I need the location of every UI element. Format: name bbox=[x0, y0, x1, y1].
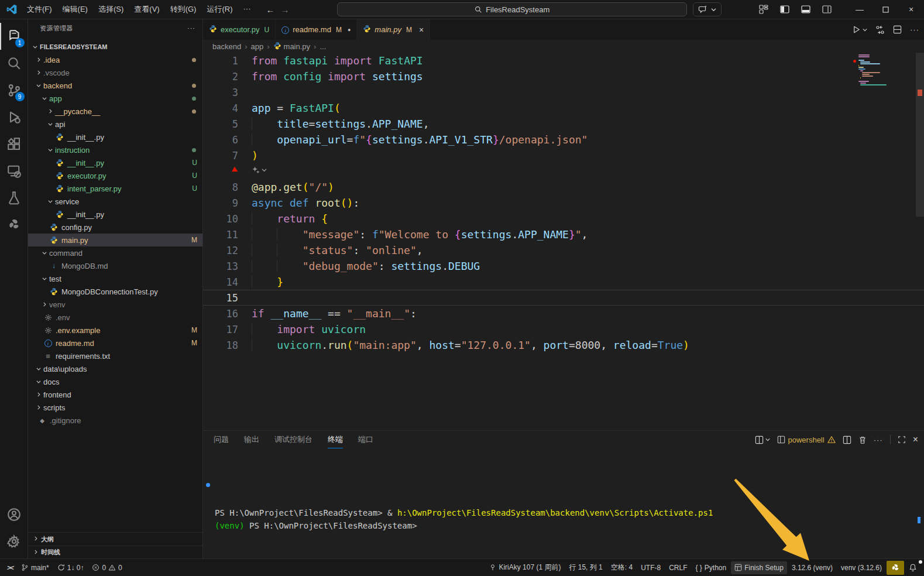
tree-item-requirements.txt[interactable]: ≡requirements.txt bbox=[28, 349, 202, 362]
branch-indicator[interactable]: main* bbox=[18, 561, 53, 574]
editor-more-actions[interactable]: ··· bbox=[910, 25, 919, 34]
tree-item-MongoDB.md[interactable]: ↓MongoDB.md bbox=[28, 259, 202, 272]
tree-item-test[interactable]: test bbox=[28, 272, 202, 285]
activity-item-search[interactable] bbox=[0, 50, 28, 77]
split-terminal-button[interactable] bbox=[843, 436, 851, 444]
code-line-9[interactable]: 9async def root(): bbox=[203, 195, 924, 211]
split-editor-icon[interactable] bbox=[893, 25, 902, 34]
sync-indicator[interactable]: 1↓ 0↑ bbox=[54, 561, 88, 574]
menu-more[interactable]: ··· bbox=[238, 2, 255, 16]
breadcrumb-item-app[interactable]: app bbox=[251, 42, 264, 51]
code-line-18[interactable]: 18 uvicorn.run("main:app", host="127.0.0… bbox=[203, 337, 924, 353]
breadcrumb-item-...[interactable]: ... bbox=[320, 42, 326, 51]
toggle-primary-sidebar-icon[interactable] bbox=[780, 5, 789, 14]
tree-item-docs[interactable]: docs bbox=[28, 375, 202, 388]
tree-item-app[interactable]: app bbox=[28, 92, 202, 105]
close-button[interactable]: × bbox=[898, 0, 924, 19]
tab-executor.py[interactable]: executor.pyU bbox=[203, 19, 276, 40]
tree-item-MongoDBConnectionTest.py[interactable]: MongoDBConnectionTest.py bbox=[28, 285, 202, 298]
kill-terminal-icon[interactable] bbox=[858, 436, 867, 444]
code-line-2[interactable]: 2from config import settings bbox=[203, 68, 924, 84]
code-line-12[interactable]: 12 "status": "online", bbox=[203, 242, 924, 258]
panel-tab-调试控制台[interactable]: 调试控制台 bbox=[274, 434, 312, 445]
activity-item-source-control[interactable]: 9 bbox=[0, 77, 28, 104]
close-panel-icon[interactable]: × bbox=[913, 434, 918, 445]
command-center-search[interactable]: FilesReadSysteam bbox=[337, 2, 687, 16]
tree-item-command[interactable]: command bbox=[28, 246, 202, 259]
tree-item-.gitignore[interactable]: ◆.gitignore bbox=[28, 414, 202, 427]
tree-item-venv[interactable]: venv bbox=[28, 298, 202, 311]
tree-item-__pycache__[interactable]: __pycache__ bbox=[28, 105, 202, 118]
menu-0[interactable]: 文件(F) bbox=[22, 2, 57, 16]
minimize-button[interactable]: — bbox=[847, 0, 873, 19]
code-line-6[interactable]: 6 openapi_url=f"{settings.API_V1_STR}/op… bbox=[203, 132, 924, 148]
code-line-4[interactable]: 4app = FastAPI( bbox=[203, 100, 924, 116]
minimap[interactable] bbox=[858, 54, 897, 86]
panel-more-actions[interactable]: ··· bbox=[874, 436, 883, 444]
toggle-secondary-sidebar-icon[interactable] bbox=[822, 5, 832, 14]
tree-item-.env[interactable]: .env bbox=[28, 311, 202, 324]
tree-item-FILESREADSYSTEAM[interactable]: FILESREADSYSTEAM bbox=[28, 40, 202, 53]
tree-item-scripts[interactable]: scripts bbox=[28, 401, 202, 414]
activity-item-remote-explorer[interactable] bbox=[0, 157, 28, 184]
menu-2[interactable]: 选择(S) bbox=[94, 2, 128, 16]
activity-item-testing[interactable] bbox=[0, 184, 28, 211]
activity-item-account[interactable] bbox=[0, 501, 28, 528]
activity-item-explorer[interactable]: 1 bbox=[0, 23, 28, 50]
notifications-bell[interactable] bbox=[905, 561, 920, 574]
code-line-8[interactable]: 8@app.get("/") bbox=[203, 179, 924, 195]
run-python-file-button[interactable] bbox=[852, 25, 867, 34]
tree-item-data-uploads[interactable]: data\uploads bbox=[28, 362, 202, 375]
tab-main.py[interactable]: main.pyM× bbox=[357, 19, 430, 40]
remote-indicator[interactable]: >< bbox=[4, 561, 16, 574]
nav-back-button[interactable]: ← bbox=[266, 5, 274, 15]
launch-profile-button[interactable] bbox=[755, 436, 770, 444]
breadcrumb-item-backend[interactable]: backend bbox=[212, 42, 241, 51]
maximize-panel-icon[interactable] bbox=[898, 436, 906, 444]
tree-item-intent_parser.py[interactable]: intent_parser.pyU bbox=[28, 182, 202, 195]
code-editor[interactable]: 1from fastapi import FastAPI2from config… bbox=[203, 53, 924, 430]
code-line-3[interactable]: 3 bbox=[203, 84, 924, 100]
tree-item-executor.py[interactable]: executor.pyU bbox=[28, 169, 202, 182]
terminal[interactable]: PS H:\OwnProject\FilesReadSysteam> & h:\… bbox=[203, 448, 924, 571]
tree-item-.vscode[interactable]: .vscode bbox=[28, 66, 202, 79]
code-line-13[interactable]: 13 "debug_mode": settings.DEBUG bbox=[203, 258, 924, 274]
tree-item-service[interactable]: service bbox=[28, 195, 202, 208]
tree-item-instruction[interactable]: instruction bbox=[28, 143, 202, 156]
activity-item-settings[interactable] bbox=[0, 528, 28, 555]
tab-readme.md[interactable]: ireadme.mdM● bbox=[276, 19, 357, 40]
maximize-button[interactable] bbox=[873, 0, 898, 19]
code-line-15[interactable]: 15 bbox=[203, 290, 924, 306]
menu-4[interactable]: 转到(G) bbox=[166, 2, 201, 16]
code-line-10[interactable]: 10 return { bbox=[203, 211, 924, 227]
activity-item-ai-extension[interactable] bbox=[0, 211, 28, 238]
sidebar-section-时间线[interactable]: 时间线 bbox=[28, 546, 202, 558]
tab-close-icon[interactable]: × bbox=[419, 25, 424, 35]
code-line-5[interactable]: 5 title=settings.APP_NAME, bbox=[203, 116, 924, 132]
tree-item-config.py[interactable]: config.py bbox=[28, 221, 202, 234]
menu-3[interactable]: 查看(V) bbox=[129, 2, 164, 16]
code-line-11[interactable]: 11 "message": f"Welcome to {settings.APP… bbox=[203, 227, 924, 242]
customize-layout-icon[interactable] bbox=[759, 5, 768, 14]
breadcrumb-item-main.py[interactable]: main.py bbox=[273, 42, 311, 52]
code-line-16[interactable]: 16if __name__ == "__main__": bbox=[203, 306, 924, 321]
nav-forward-button[interactable]: → bbox=[280, 5, 289, 15]
panel-tab-问题[interactable]: 问题 bbox=[214, 434, 229, 445]
open-changes-icon[interactable] bbox=[875, 25, 885, 35]
activity-item-extensions[interactable] bbox=[0, 131, 28, 157]
code-line-1[interactable]: 1from fastapi import FastAPI bbox=[203, 53, 924, 68]
tree-item-main.py[interactable]: main.pyM bbox=[28, 234, 202, 246]
menu-5[interactable]: 运行(R) bbox=[202, 2, 237, 16]
toggle-panel-icon[interactable] bbox=[801, 5, 810, 14]
code-line-7[interactable]: 7) bbox=[203, 148, 924, 163]
copilot-button[interactable] bbox=[693, 2, 722, 16]
menu-1[interactable]: 编辑(E) bbox=[58, 2, 92, 16]
tree-item-__init__.py[interactable]: __init__.py bbox=[28, 131, 202, 143]
terminal-instance-item[interactable]: powershell bbox=[777, 436, 836, 444]
editor-scrollbar[interactable] bbox=[916, 53, 924, 217]
code-line-14[interactable]: 14 } bbox=[203, 274, 924, 290]
copilot-sparkle-icon[interactable] bbox=[252, 166, 267, 174]
panel-tab-终端[interactable]: 终端 bbox=[328, 431, 343, 448]
problems-indicator[interactable]: 0 0 bbox=[88, 561, 125, 574]
activity-item-run-debug[interactable] bbox=[0, 104, 28, 131]
